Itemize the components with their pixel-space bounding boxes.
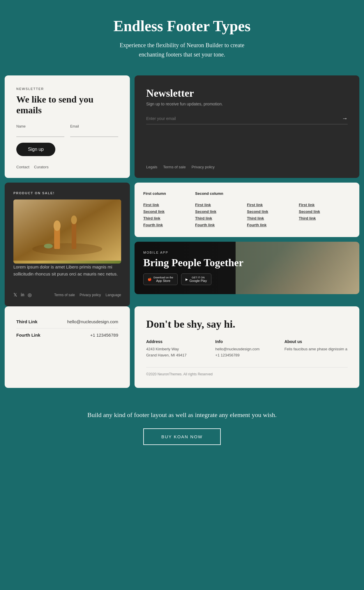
product-label: PRODUCT ON SALE! — [13, 191, 121, 195]
hero-subtitle: Experience the flexibility of Neuron Bui… — [109, 40, 255, 59]
newsletter-light-card: NEWSLETTER We like to send you emails Na… — [5, 75, 130, 178]
col3-link2[interactable]: Second link — [247, 208, 299, 215]
info-email: hello@nucleusdesign.com — [215, 346, 278, 352]
col2-link3[interactable]: Third link — [195, 215, 247, 222]
name-input[interactable] — [16, 130, 64, 137]
newsletter-light-title: We like to send you emails — [16, 94, 118, 116]
link-row-1: Third Link hello@nucleusdesign.com — [16, 315, 118, 328]
address-section: Address 4243 Kimberly Way Grand Haven, M… — [146, 339, 209, 358]
play-icon: ▶ — [185, 278, 188, 281]
col2-link4[interactable]: Fourth link — [195, 222, 247, 228]
info-section: Info hello@nucleusdesign.com +1 12345678… — [215, 339, 278, 358]
link-column-1: First link Second link Third link Fourth… — [143, 202, 195, 228]
fourth-link-phone: +1 123456789 — [90, 333, 118, 338]
bottom-cta-text: Build any kind of footer layout as well … — [12, 410, 352, 420]
product-image-inner — [13, 199, 121, 264]
mobile-app-content: Mobile app Bring People Together 🍎 Downl… — [135, 242, 359, 294]
legals-link[interactable]: Legals — [146, 165, 157, 169]
bottom-cta-section: Build any kind of footer layout as well … — [0, 393, 364, 468]
hero-title: Endless Footer Types — [12, 17, 352, 35]
newsletter-dark-email-input[interactable] — [146, 116, 342, 121]
newsletter-light-label: NEWSLETTER — [16, 87, 118, 91]
col2-link2[interactable]: Second link — [195, 208, 247, 215]
col4-link3[interactable]: Third link — [299, 215, 351, 222]
contact-title: Don't be shy, say hi. — [146, 318, 348, 331]
twitter-link[interactable]: 𝕏 — [13, 292, 17, 298]
svg-point-8 — [44, 244, 53, 248]
newsletter-dark-card: Newsletter Sign up to receive fun update… — [135, 75, 359, 178]
linkedin-link[interactable]: in — [21, 292, 24, 298]
col1-header: First column — [143, 191, 195, 196]
terms-link[interactable]: Terms of sale — [163, 165, 185, 169]
product-description: Lorem ipsum dolor is amet Libero primis … — [13, 264, 121, 278]
name-field: Name — [16, 124, 64, 137]
language-link[interactable]: Language — [106, 293, 121, 297]
third-link-label: Third Link — [16, 319, 38, 324]
link-column-4: First link Second link Third link — [299, 202, 351, 228]
instagram-link[interactable]: ◎ — [28, 292, 32, 298]
svg-point-6 — [71, 215, 77, 224]
about-section: About us Felis faucibus ame phase dignis… — [285, 339, 348, 358]
address-line2: Grand Haven, MI 49417 — [146, 352, 209, 358]
terms-of-sale-link[interactable]: Terms of sale — [54, 293, 75, 297]
privacy-policy-link[interactable]: Privacy policy — [79, 293, 101, 297]
buy-now-button[interactable]: BUY KOAN NOW — [143, 428, 221, 445]
privacy-link[interactable]: Privacy policy — [192, 165, 215, 169]
hero-section: Endless Footer Types Experience the flex… — [0, 0, 364, 71]
curators-link[interactable]: Curators — [34, 165, 49, 169]
col3-link4[interactable]: Fourth link — [247, 222, 299, 228]
apple-icon: 🍎 — [148, 278, 152, 281]
submit-arrow-icon[interactable]: → — [342, 115, 348, 122]
social-links: 𝕏 in ◎ — [13, 292, 32, 298]
col1-link1[interactable]: First link — [143, 202, 195, 208]
google-play-button[interactable]: ▶ GET IT ON Google Play — [181, 273, 211, 285]
signup-button[interactable]: Sign up — [16, 143, 55, 156]
contact-link[interactable]: Contact — [16, 165, 29, 169]
info-phone: +1 123456789 — [215, 352, 278, 358]
mobile-app-label: Mobile app — [143, 251, 351, 254]
product-svg — [13, 199, 121, 261]
col2-link1[interactable]: First link — [195, 202, 247, 208]
newsletter-dark-footer-links: Legals Terms of sale Privacy policy — [146, 165, 348, 169]
col1-link2[interactable]: Second link — [143, 208, 195, 215]
copyright-text: ©2020 NeuronThemes. All rights Reserved — [146, 367, 348, 376]
col1-link4[interactable]: Fourth link — [143, 222, 195, 228]
product-footer: 𝕏 in ◎ Terms of sale Privacy policy Lang… — [13, 292, 121, 298]
col4-link2[interactable]: Second link — [299, 208, 351, 215]
svg-point-5 — [54, 220, 61, 231]
simple-links-card: Third Link hello@nucleusdesign.com Fourt… — [5, 306, 130, 388]
row1-grid: NEWSLETTER We like to send you emails Na… — [0, 71, 364, 183]
about-text: Felis faucibus ame phase dignissim a — [285, 346, 348, 352]
contact-info-grid: Address 4243 Kimberly Way Grand Haven, M… — [146, 339, 348, 358]
link-row-2: Fourth Link +1 123456789 — [16, 328, 118, 342]
col4-link1[interactable]: First link — [299, 202, 351, 208]
col4-header — [299, 191, 351, 196]
contact-card: Don't be shy, say hi. Address 4243 Kimbe… — [135, 306, 359, 388]
col3-link1[interactable]: First link — [247, 202, 299, 208]
row3-grid: Third Link hello@nucleusdesign.com Fourt… — [0, 306, 364, 393]
third-link-email: hello@nucleusdesign.com — [67, 319, 118, 324]
newsletter-light-fields: Name Email — [16, 124, 118, 137]
app-store-button[interactable]: 🍎 Download on the App Store — [143, 273, 178, 285]
name-label: Name — [16, 124, 64, 128]
col3-header — [247, 191, 299, 196]
about-header: About us — [285, 339, 348, 344]
app-store-label: Download on the App Store — [153, 276, 173, 282]
mobile-app-card: Mobile app Bring People Together 🍎 Downl… — [135, 242, 359, 294]
col1-link3[interactable]: Third link — [143, 215, 195, 222]
address-header: Address — [146, 339, 209, 344]
links-grid-card: First column Second column First link Se… — [135, 183, 359, 237]
address-line1: 4243 Kimberly Way — [146, 346, 209, 352]
product-footer-links: Terms of sale Privacy policy Language — [54, 293, 121, 297]
newsletter-light-footer-links: Contact Curators — [16, 165, 118, 169]
store-buttons: 🍎 Download on the App Store ▶ GET IT ON … — [143, 273, 351, 285]
fourth-link-label: Fourth Link — [16, 333, 40, 338]
email-field: Email — [70, 124, 118, 137]
info-header: Info — [215, 339, 278, 344]
col-headers-row: First column Second column — [143, 191, 351, 199]
right-column: First column Second column First link Se… — [135, 183, 359, 306]
newsletter-dark-email-field: → — [146, 115, 348, 124]
email-input[interactable] — [70, 130, 118, 137]
links-columns: First link Second link Third link Fourth… — [143, 202, 351, 228]
col3-link3[interactable]: Third link — [247, 215, 299, 222]
